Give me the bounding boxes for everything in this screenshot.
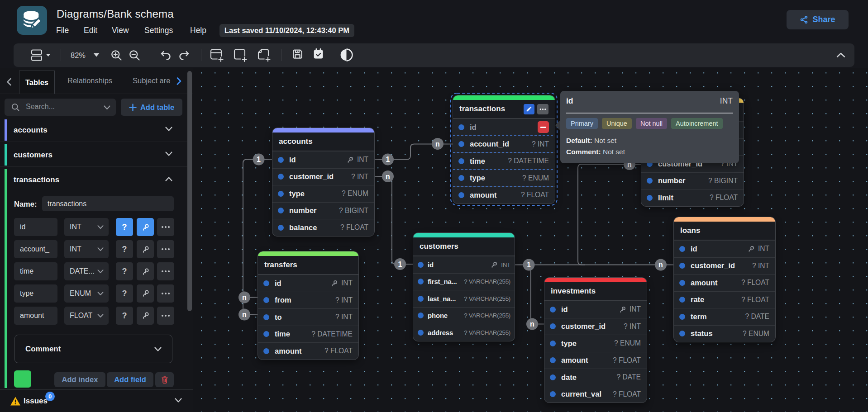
svg-text:1: 1 — [257, 156, 261, 163]
svg-text:n: n — [386, 173, 390, 180]
svg-text:1: 1 — [527, 261, 531, 269]
svg-text:n: n — [242, 311, 247, 318]
svg-text:n: n — [435, 140, 440, 148]
svg-text:1: 1 — [398, 260, 402, 268]
svg-text:1: 1 — [386, 156, 390, 163]
svg-text:n: n — [530, 320, 534, 328]
svg-text:n: n — [242, 294, 247, 301]
svg-text:n: n — [658, 261, 663, 269]
